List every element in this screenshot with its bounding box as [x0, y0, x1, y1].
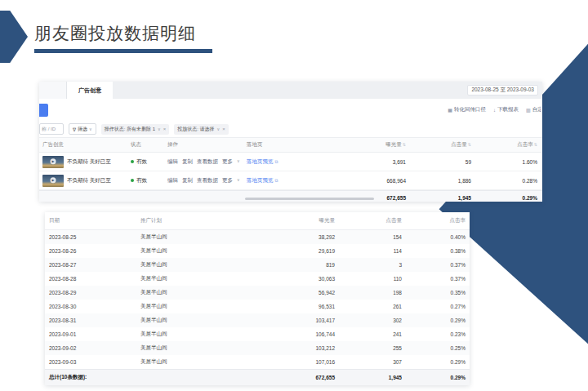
- table-row: 2023-09-03美居半山间107,0163070.29%: [45, 355, 470, 369]
- conversion-caliber-label: 转化回传口径: [454, 106, 486, 113]
- download-report-button[interactable]: ↓ 下载报表: [493, 106, 519, 113]
- column-header[interactable]: 状态: [131, 141, 167, 149]
- filter-tag[interactable]: 操作状态: 所有未删除 1∨×: [101, 124, 170, 135]
- ctr-cell: 0.40%: [402, 234, 466, 240]
- column-header[interactable]: 操作: [167, 141, 247, 149]
- plan-cell: 美居半山间: [140, 275, 245, 282]
- external-link-icon: ⧉: [275, 178, 278, 184]
- table-row: 2023-08-30美居半山间96,5312610.27%: [45, 300, 470, 313]
- chevron-down-icon: ∨: [237, 158, 240, 166]
- toolbar: ▦ 转化回传口径 ↓ 下载报表 ▥ 自定: [39, 99, 542, 121]
- filter-tags: 操作状态: 所有未删除 1∨×投放状态: 请选择∨×: [101, 124, 229, 135]
- op-view-data-link[interactable]: 查看数据: [197, 158, 218, 166]
- status-label: 有效: [136, 158, 147, 166]
- filter-button-label: 筛选: [78, 126, 87, 133]
- exposure-cell: 103,417: [245, 318, 335, 323]
- date-cell: 2023-09-03: [49, 359, 140, 365]
- ctr-cell: 0.37%: [402, 262, 466, 268]
- chevron-down-icon: ∨: [237, 177, 240, 184]
- exposure-cell: 30,063: [245, 276, 335, 282]
- column-header[interactable]: 点击率⇅: [471, 141, 537, 149]
- custom-columns-label: 自定: [532, 106, 541, 113]
- ctr-cell: 0.37%: [402, 276, 466, 282]
- column-header-label: 点击量: [451, 141, 467, 147]
- op-more-link[interactable]: 更多: [222, 177, 233, 184]
- tab-ad-creative[interactable]: 广告创意: [67, 82, 113, 99]
- ctr-cell: 0.25%: [402, 345, 466, 351]
- date-cell: 2023-09-02: [49, 345, 140, 351]
- horizontal-scrollbar[interactable]: [245, 198, 374, 200]
- ctr-cell: 0.23%: [402, 331, 466, 337]
- exposure-cell: 107,016: [245, 359, 335, 365]
- status-cell: 有效: [131, 158, 167, 166]
- daily-total-ctr: 0.29%: [402, 375, 466, 380]
- new-button[interactable]: [39, 104, 48, 117]
- table-row: 2023-08-27美居半山间81930.37%: [45, 258, 470, 272]
- clicks-cell: 110: [335, 276, 402, 282]
- exposure-cell: 29,619: [245, 248, 335, 254]
- page-title: 朋友圈投放数据明细: [34, 22, 196, 45]
- plan-cell: 美居半山间: [140, 303, 245, 310]
- plan-cell: 美居半山间: [140, 344, 245, 352]
- filter-button[interactable]: ∇ 筛选 ∨: [69, 123, 96, 135]
- column-header[interactable]: 曝光量⇅: [328, 141, 406, 149]
- landing-page-link[interactable]: 落地页预览: [247, 177, 274, 184]
- exposure-cell: 56,942: [245, 290, 335, 295]
- column-header: 曝光量: [245, 217, 335, 224]
- custom-columns-button[interactable]: ▥ 自定: [526, 106, 541, 113]
- close-icon[interactable]: ×: [222, 127, 225, 131]
- column-header[interactable]: 广告创意: [42, 141, 131, 149]
- op-view-data-link[interactable]: 查看数据: [197, 177, 218, 184]
- search-input[interactable]: 称 / ID: [39, 123, 64, 135]
- clicks-cell: 1,886: [406, 178, 471, 184]
- title-arrow-decoration: [0, 11, 28, 63]
- clicks-cell: 261: [335, 304, 402, 309]
- landing-page-link[interactable]: 落地页预览: [247, 158, 274, 166]
- creative-thumbnail[interactable]: ▶: [42, 175, 64, 187]
- column-header-label: 操作: [167, 141, 178, 147]
- ad-table-body: ▶不负期待 美好已至有效编辑复制查看数据更多∨落地页预览⧉3,691591.60…: [39, 153, 542, 190]
- date-cell: 2023-08-28: [49, 276, 140, 282]
- table-row: 2023-08-28美居半山间30,0631100.37%: [45, 272, 470, 286]
- date-cell: 2023-08-31: [49, 318, 140, 323]
- status-cell: 有效: [131, 177, 167, 184]
- table-row: 2023-09-01美居半山间106,7442410.23%: [45, 327, 470, 341]
- column-header: 点击量: [335, 217, 402, 224]
- external-link-icon: ⧉: [275, 159, 278, 165]
- date-range-picker[interactable]: 2023-08-25 至 2023-09-03: [467, 85, 538, 96]
- tab-stub[interactable]: [39, 82, 67, 99]
- column-header[interactable]: 点击量⇅: [406, 141, 471, 149]
- op-copy-link[interactable]: 复制: [182, 158, 193, 166]
- sort-icon[interactable]: ⇅: [534, 142, 537, 147]
- daily-total-exposure: 672,655: [245, 375, 335, 380]
- status-label: 有效: [136, 177, 147, 184]
- close-icon[interactable]: ×: [163, 127, 167, 131]
- filter-tag[interactable]: 投放状态: 请选择∨×: [174, 124, 229, 135]
- daily-table-total-row: 总计(10条数据): 672,655 1,945 0.29%: [45, 369, 470, 385]
- filter-row: 称 / ID ∇ 筛选 ∨ 操作状态: 所有未删除 1∨×投放状态: 请选择∨×: [39, 121, 542, 137]
- creative-thumbnail[interactable]: ▶: [42, 156, 64, 168]
- op-edit-link[interactable]: 编辑: [167, 177, 178, 184]
- table-row: 2023-08-31美居半山间103,4173020.29%: [45, 313, 470, 327]
- op-more-link[interactable]: 更多: [222, 158, 233, 166]
- date-cell: 2023-08-26: [49, 248, 140, 254]
- column-header: 日期: [49, 217, 140, 224]
- column-header[interactable]: 落地页: [247, 141, 328, 149]
- plan-cell: 美居半山间: [140, 358, 245, 366]
- conversion-caliber-button[interactable]: ▦ 转化回传口径: [448, 106, 486, 113]
- column-header: 推广计划: [140, 217, 245, 224]
- plan-cell: 美居半山间: [140, 247, 245, 255]
- table-row: 2023-08-29美居半山间56,9421980.35%: [45, 286, 470, 300]
- exposure-cell: 103,212: [245, 345, 335, 351]
- plan-cell: 美居半山间: [140, 261, 245, 269]
- tab-bar: 广告创意 2023-08-25 至 2023-09-03: [39, 82, 542, 99]
- table-row: ▶不负期待 美好已至有效编辑复制查看数据更多∨落地页预览⧉668,9641,88…: [39, 171, 542, 190]
- clicks-cell: 59: [406, 159, 471, 165]
- daily-data-panel: 日期推广计划曝光量点击量点击率 2023-08-25美居半山间38,292154…: [45, 212, 470, 385]
- op-edit-link[interactable]: 编辑: [167, 158, 178, 166]
- op-copy-link[interactable]: 复制: [182, 177, 193, 184]
- operations-cell: 编辑复制查看数据更多∨: [167, 177, 247, 184]
- exposure-cell: 106,744: [245, 331, 335, 337]
- plan-cell: 美居半山间: [140, 331, 245, 338]
- ctr-cell: 0.29%: [402, 359, 466, 365]
